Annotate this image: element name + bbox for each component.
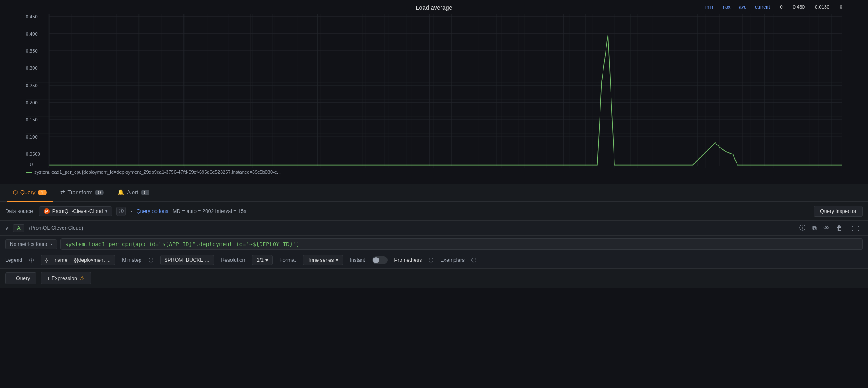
add-query-bar: + Query + Expression ⚠ bbox=[0, 268, 868, 288]
resolution-select[interactable]: 1/1 ▾ bbox=[252, 255, 273, 265]
datasource-info-button[interactable]: ⓘ bbox=[116, 207, 126, 216]
max-val: 0.430 bbox=[793, 4, 805, 9]
datasource-selector[interactable]: P PromQL-Clever-Cloud ▾ bbox=[39, 206, 113, 216]
min-val: 0 bbox=[780, 4, 783, 9]
prometheus-info-icon[interactable]: ⓘ bbox=[429, 257, 433, 264]
instant-toggle[interactable] bbox=[372, 256, 388, 264]
alert-tab-label: Alert bbox=[127, 189, 138, 195]
query-options-chevron-icon[interactable]: › bbox=[130, 208, 132, 214]
prometheus-label: Prometheus bbox=[394, 257, 422, 263]
chart-legend-text: system.load1_per_cpu{deployment_id=deplo… bbox=[34, 169, 281, 175]
minstep-info-icon[interactable]: ⓘ bbox=[149, 257, 153, 264]
query-letter-a: A bbox=[13, 224, 24, 232]
query-row-header-a: ∨ A (PromQL-Clever-Cloud) ⓘ ⧉ 👁 🗑 ⋮⋮ bbox=[0, 221, 868, 236]
datasource-label: Data source bbox=[5, 208, 33, 214]
alert-tab-icon: 🔔 bbox=[117, 189, 124, 195]
no-metrics-tag[interactable]: No metrics found › bbox=[5, 239, 57, 249]
query-delete-icon[interactable]: 🗑 bbox=[835, 224, 844, 232]
query-duplicate-icon[interactable]: ⧉ bbox=[811, 224, 818, 233]
svg-text:0: 0 bbox=[30, 162, 33, 167]
instant-label: Instant bbox=[350, 257, 365, 263]
query-tab-label: Query bbox=[20, 189, 35, 195]
no-metrics-chevron-icon: › bbox=[51, 241, 52, 247]
resolution-chevron-icon: ▾ bbox=[265, 257, 268, 263]
svg-text:0.300: 0.300 bbox=[26, 65, 38, 71]
add-query-button[interactable]: + Query bbox=[5, 272, 36, 284]
svg-text:0.0500: 0.0500 bbox=[26, 151, 40, 157]
metric-query-input[interactable]: system.load1_per_cpu{app_id="${APP_ID}",… bbox=[60, 238, 863, 250]
format-select[interactable]: Time series ▾ bbox=[303, 255, 343, 265]
query-eye-icon[interactable]: 👁 bbox=[822, 224, 831, 232]
datasource-chevron-icon: ▾ bbox=[105, 209, 107, 213]
svg-text:0.150: 0.150 bbox=[26, 117, 38, 122]
chart-stats: min max avg current 0 0.430 0.0130 0 bbox=[705, 4, 842, 9]
minstep-label: Min step bbox=[122, 257, 141, 263]
chart-container: Load average min max avg current 0 0.430… bbox=[0, 0, 868, 184]
exemplars-label: Exemplars bbox=[440, 257, 465, 263]
collapse-icon[interactable]: ∨ bbox=[5, 225, 9, 231]
exemplars-info-icon[interactable]: ⓘ bbox=[471, 257, 476, 264]
query-source-label: (PromQL-Clever-Cloud) bbox=[29, 225, 83, 231]
format-label: Format bbox=[280, 257, 296, 263]
chart-legend-row: system.load1_per_cpu{deployment_id=deplo… bbox=[26, 168, 842, 175]
legend-label: Legend bbox=[5, 257, 22, 263]
svg-text:0.450: 0.450 bbox=[26, 14, 38, 19]
transform-tab-badge: 0 bbox=[95, 190, 104, 195]
chart-area: 0.450 0.400 0.350 0.300 0.250 0.200 0.15… bbox=[26, 14, 842, 168]
chart-svg: 0.450 0.400 0.350 0.300 0.250 0.200 0.15… bbox=[26, 14, 842, 168]
svg-text:0.100: 0.100 bbox=[26, 134, 38, 139]
current-val: 0 bbox=[840, 4, 842, 9]
format-value: Time series bbox=[307, 257, 334, 263]
metric-input-row: No metrics found › system.load1_per_cpu{… bbox=[0, 236, 868, 252]
tab-transform[interactable]: ⇄ Transform 0 bbox=[54, 184, 110, 202]
legend-color bbox=[26, 172, 32, 173]
options-row: Legend ⓘ {{__name__}}{deployment ... Min… bbox=[0, 252, 868, 268]
add-expression-label: + Expression bbox=[47, 275, 77, 281]
no-metrics-text: No metrics found bbox=[10, 241, 49, 247]
datasource-name: PromQL-Clever-Cloud bbox=[52, 208, 103, 214]
avg-val: 0.0130 bbox=[815, 4, 829, 9]
min-label: min bbox=[705, 4, 713, 9]
query-row-a: ∨ A (PromQL-Clever-Cloud) ⓘ ⧉ 👁 🗑 ⋮⋮ No … bbox=[0, 221, 868, 268]
tab-query[interactable]: ⬡ Query 1 bbox=[7, 184, 53, 202]
legend-value[interactable]: {{__name__}}{deployment ... bbox=[41, 255, 115, 265]
minstep-value[interactable]: $PROM_BUCKE ... bbox=[160, 255, 214, 265]
transform-tab-label: Transform bbox=[68, 189, 93, 195]
svg-text:0.350: 0.350 bbox=[26, 48, 38, 53]
resolution-label: Resolution bbox=[221, 257, 245, 263]
datasource-icon: P bbox=[44, 208, 50, 214]
query-options-meta: MD = auto = 2002 Interval = 15s bbox=[173, 208, 246, 214]
expression-warn-icon: ⚠ bbox=[80, 275, 85, 281]
add-expression-button[interactable]: + Expression ⚠ bbox=[41, 272, 91, 284]
svg-text:0.400: 0.400 bbox=[26, 31, 38, 36]
tab-alert[interactable]: 🔔 Alert 0 bbox=[111, 184, 155, 202]
query-info-icon[interactable]: ⓘ bbox=[798, 223, 807, 233]
query-options-bar: Data source P PromQL-Clever-Cloud ▾ ⓘ › … bbox=[0, 202, 868, 221]
query-row-actions: ⓘ ⧉ 👁 🗑 ⋮⋮ bbox=[798, 223, 863, 233]
svg-text:0.250: 0.250 bbox=[26, 83, 38, 88]
query-tab-icon: ⬡ bbox=[13, 189, 18, 195]
tabs-bar: ⬡ Query 1 ⇄ Transform 0 🔔 Alert 0 bbox=[0, 184, 868, 202]
toggle-knob bbox=[373, 257, 379, 263]
current-label: current bbox=[755, 4, 770, 9]
query-more-icon[interactable]: ⋮⋮ bbox=[847, 224, 863, 232]
info-icon: ⓘ bbox=[119, 208, 124, 214]
transform-tab-icon: ⇄ bbox=[60, 189, 65, 195]
max-label: max bbox=[722, 4, 731, 9]
query-tab-badge: 1 bbox=[38, 190, 46, 195]
alert-tab-badge: 0 bbox=[141, 190, 149, 195]
svg-text:0.200: 0.200 bbox=[26, 100, 38, 105]
query-inspector-button[interactable]: Query inspector bbox=[814, 206, 863, 217]
query-options-link[interactable]: Query options bbox=[136, 208, 168, 214]
legend-info-icon[interactable]: ⓘ bbox=[29, 257, 34, 264]
format-chevron-icon: ▾ bbox=[336, 257, 338, 263]
resolution-value: 1/1 bbox=[257, 257, 264, 263]
avg-label: avg bbox=[739, 4, 747, 9]
